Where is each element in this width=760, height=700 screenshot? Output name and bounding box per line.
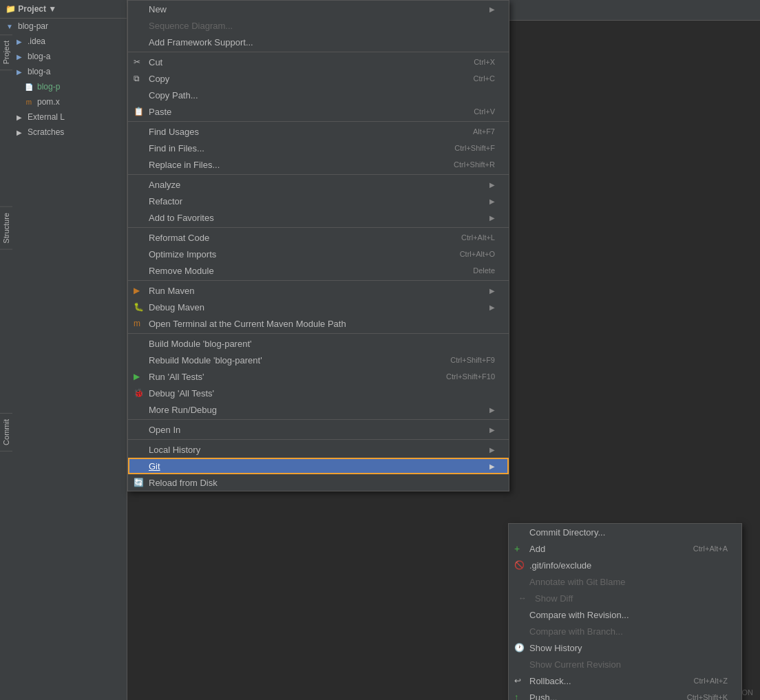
menu-item-run-all-tests[interactable]: ▶ Run 'All Tests' Ctrl+Shift+F10 <box>128 368 509 385</box>
sidebar-item-pom[interactable]: m pom.x <box>0 94 127 109</box>
menu-label: Run 'All Tests' <box>149 372 204 382</box>
project-tab[interactable]: Project <box>0 34 12 70</box>
sidebar-item-blog-parent[interactable]: ▼ blog-par <box>0 19 127 34</box>
arrow-icon: ▶ <box>489 463 495 470</box>
menu-item-copy[interactable]: ⧉ Copy Ctrl+C <box>128 70 509 87</box>
sidebar-item-blog-a1[interactable]: ▶ blog-a <box>0 49 127 64</box>
cut-icon: ✂ <box>134 57 140 67</box>
show-diff-icon: ↔ <box>518 593 527 603</box>
menu-label: Push... <box>529 692 557 701</box>
terminal-icon: m <box>134 319 140 328</box>
menu-item-add-framework[interactable]: Add Framework Support... <box>128 34 509 50</box>
menu-label: Show Current Revision <box>529 659 621 670</box>
menu-label: Show History <box>529 643 582 653</box>
menu-label: Git <box>149 461 160 471</box>
git-menu-show-history[interactable]: 🕐 Show History <box>509 639 741 656</box>
menu-item-reformat[interactable]: Reformat Code Ctrl+Alt+L <box>128 229 509 246</box>
structure-tab[interactable]: Structure <box>0 206 12 250</box>
sidebar-label: blog-p <box>37 82 60 92</box>
menu-item-git[interactable]: Git ▶ <box>128 458 509 474</box>
shortcut-label: Ctrl+Alt+L <box>447 233 495 242</box>
commit-tab[interactable]: Commit <box>0 413 12 452</box>
menu-item-sequence: Sequence Diagram... <box>128 17 509 34</box>
menu-item-optimize-imports[interactable]: Optimize Imports Ctrl+Alt+O <box>128 246 509 262</box>
menu-item-build-module[interactable]: Build Module 'blog-parent' <box>128 335 509 352</box>
git-menu-commit-dir[interactable]: Commit Directory... <box>509 524 741 540</box>
add-icon: + <box>514 543 520 554</box>
shortcut-label: Ctrl+Shift+F9 <box>436 356 495 364</box>
shortcut-label: Ctrl+Alt+A <box>679 544 728 553</box>
menu-item-reload-from-disk[interactable]: 🔄 Reload from Disk <box>128 474 509 491</box>
separator-1 <box>128 52 509 52</box>
context-menu: New ▶ Sequence Diagram... Add Framework … <box>127 0 509 491</box>
git-menu-add[interactable]: + Add Ctrl+Alt+A <box>509 540 741 557</box>
shortcut-label: Ctrl+C <box>460 74 495 83</box>
menu-label: Replace in Files... <box>149 160 220 170</box>
menu-item-analyze[interactable]: Analyze ▶ <box>128 176 509 193</box>
sidebar-item-blog-a2[interactable]: ▶ blog-a <box>0 64 127 79</box>
menu-label: Add <box>529 544 545 554</box>
copy-icon: ⧉ <box>134 74 140 83</box>
menu-item-debug-maven[interactable]: 🐛 Debug Maven ▶ <box>128 299 509 315</box>
menu-label: Build Module 'blog-parent' <box>149 339 252 349</box>
folder-icon: ▶ <box>14 112 25 123</box>
git-menu-rollback[interactable]: ↩ Rollback... Ctrl+Alt+Z <box>509 672 741 689</box>
sidebar-item-external[interactable]: ▶ External L <box>0 109 127 125</box>
shortcut-label: Delete <box>459 266 495 275</box>
arrow-icon: ▶ <box>489 181 495 189</box>
menu-item-copy-path[interactable]: Copy Path... <box>128 87 509 103</box>
arrow-icon: ▶ <box>489 304 495 311</box>
menu-item-remove-module[interactable]: Remove Module Delete <box>128 262 509 279</box>
menu-label: Reformat Code <box>149 233 209 243</box>
menu-item-find-usages[interactable]: Find Usages Alt+F7 <box>128 123 509 140</box>
folder-icon: ▶ <box>14 127 25 138</box>
separator-5 <box>128 280 509 281</box>
git-menu-compare-revision[interactable]: Compare with Revision... <box>509 606 741 623</box>
menu-label: Show Diff <box>535 593 573 604</box>
menu-item-open-in[interactable]: Open In ▶ <box>128 421 509 438</box>
shortcut-label: Alt+F7 <box>459 127 495 136</box>
menu-item-paste[interactable]: 📋 Paste Ctrl+V <box>128 103 509 120</box>
git-menu-show-current-revision: Show Current Revision <box>509 656 741 672</box>
menu-label: Rebuild Module 'blog-parent' <box>149 355 262 365</box>
menu-item-more-run-debug[interactable]: More Run/Debug ▶ <box>128 401 509 418</box>
sidebar-item-blog-p[interactable]: 📄 blog-p <box>0 79 127 94</box>
sidebar-item-scratches[interactable]: ▶ Scratches <box>0 125 127 140</box>
arrow-icon: ▶ <box>489 214 495 222</box>
git-menu-exclude[interactable]: 🚫 .git/info/exclude <box>509 557 741 573</box>
separator-2 <box>128 121 509 122</box>
menu-label: Remove Module <box>149 266 214 276</box>
menu-item-replace-in-files[interactable]: Replace in Files... Ctrl+Shift+R <box>128 156 509 173</box>
menu-item-rebuild-module[interactable]: Rebuild Module 'blog-parent' Ctrl+Shift+… <box>128 352 509 368</box>
menu-item-add-to-favorites[interactable]: Add to Favorites ▶ <box>128 209 509 226</box>
menu-item-cut[interactable]: ✂ Cut Ctrl+X <box>128 54 509 70</box>
folder-icon: ▶ <box>14 36 25 47</box>
sidebar-label: .idea <box>28 36 45 46</box>
menu-item-refactor[interactable]: Refactor ▶ <box>128 193 509 209</box>
git-menu-push[interactable]: ↑ Push... Ctrl+Shift+K <box>509 689 741 700</box>
sidebar-item-idea[interactable]: ▶ .idea <box>0 34 127 49</box>
git-submenu: Commit Directory... + Add Ctrl+Alt+A 🚫 .… <box>508 523 742 700</box>
menu-label: Run Maven <box>149 286 194 296</box>
sidebar-label: blog-a <box>28 67 50 76</box>
menu-label: Open In <box>149 425 180 435</box>
file-icon: 📄 <box>23 81 34 92</box>
menu-item-local-history[interactable]: Local History ▶ <box>128 441 509 458</box>
menu-label: Compare with Revision... <box>529 610 629 620</box>
menu-item-find-in-files[interactable]: Find in Files... Ctrl+Shift+F <box>128 140 509 156</box>
arrow-icon: ▶ <box>489 6 495 13</box>
menu-label: Copy Path... <box>149 90 198 100</box>
menu-label: .git/info/exclude <box>529 560 591 571</box>
menu-item-open-terminal[interactable]: m Open Terminal at the Current Maven Mod… <box>128 315 509 332</box>
run-icon: ▶ <box>134 372 140 381</box>
sidebar-label: pom.x <box>37 97 60 107</box>
menu-label: Sequence Diagram... <box>149 21 233 31</box>
menu-label: Open Terminal at the Current Maven Modul… <box>149 319 346 329</box>
menu-item-run-maven[interactable]: ▶ Run Maven ▶ <box>128 282 509 299</box>
maven-run-icon: ▶ <box>134 286 140 295</box>
sidebar: 📁 Project ▼ ▼ blog-par ▶ .idea ▶ blog-a … <box>0 0 127 700</box>
history-icon: 🕐 <box>514 643 525 653</box>
shortcut-label: Ctrl+Shift+R <box>440 160 495 169</box>
menu-item-debug-all-tests[interactable]: 🐞 Debug 'All Tests' <box>128 385 509 401</box>
menu-item-new[interactable]: New ▶ <box>128 1 509 17</box>
